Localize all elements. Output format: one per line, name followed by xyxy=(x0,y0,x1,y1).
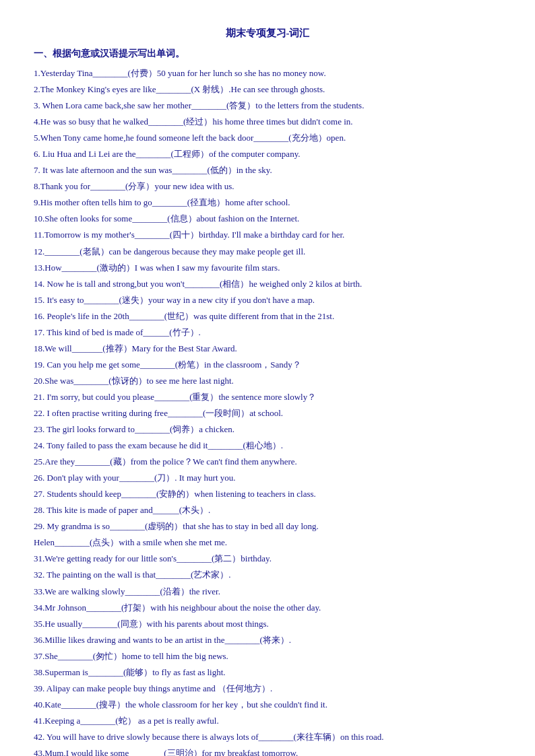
question-item: 39. Alipay can make people buy things an… xyxy=(34,681,501,697)
question-item: 33.We are walking slowly________(沿着）the … xyxy=(34,584,501,600)
question-item: 22. I often practise writing during free… xyxy=(34,405,501,421)
question-item: 9.His mother often tells him to go______… xyxy=(34,195,501,211)
question-item: 31.We're getting ready for our little so… xyxy=(34,551,501,567)
question-item: 2.The Monkey King's eyes are like_______… xyxy=(34,81,501,98)
question-item: 14. Now he is tall and strong,but you wo… xyxy=(34,276,501,292)
questions-container: 1.Yesterday Tina________(付费）50 yuan for … xyxy=(34,65,501,756)
question-item: 25.Are they________(藏）from the police？We… xyxy=(34,454,501,470)
question-item: 4.He was so busy that he walked________(… xyxy=(34,114,501,130)
question-item: 3. When Lora came back,she saw her mothe… xyxy=(34,98,501,114)
question-item: 10.She often looks for some________(信息）a… xyxy=(34,211,501,227)
question-item: 17. This kind of bed is made of______(竹子… xyxy=(34,324,501,341)
question-item: 23. The girl looks forward to________(饲养… xyxy=(34,421,501,438)
question-item: 7. It was late afternoon and the sun was… xyxy=(34,162,501,178)
question-item: 42. You will have to drive slowly becaus… xyxy=(34,729,501,745)
question-item: 20.She was________(惊讶的）to see me here la… xyxy=(34,373,501,389)
question-item: 15. It's easy to________(迷失）your way in … xyxy=(34,292,501,308)
question-item: 18.We will_______(推荐）Mary for the Best S… xyxy=(34,341,501,357)
question-item: 38.Superman is________(能够）to fly as fast… xyxy=(34,664,501,681)
question-item: 34.Mr Johnson________(打架）with his neighb… xyxy=(34,600,501,616)
question-item: 8.Thank you for________(分享）your new idea… xyxy=(34,178,501,195)
question-item: 19. Can you help me get some________(粉笔）… xyxy=(34,357,501,373)
question-item: 1.Yesterday Tina________(付费）50 yuan for … xyxy=(34,65,501,81)
question-item: 40.Kate________(搜寻）the whole classroom f… xyxy=(34,697,501,713)
question-item: 13.How________(激动的）I was when I saw my f… xyxy=(34,260,501,276)
question-item: 36.Millie likes drawing and wants to be … xyxy=(34,632,501,648)
section-title: 一、根据句意或汉语提示写出单词。 xyxy=(34,48,501,60)
question-item: 28. This kite is made of paper and______… xyxy=(34,502,501,518)
question-item: 27. Students should keep________(安静的）whe… xyxy=(34,486,501,502)
page-title: 期末专项复习-词汇 xyxy=(34,27,501,40)
question-item: 12.________(老鼠）can be dangerous because … xyxy=(34,244,501,260)
question-item: 37.She________(匆忙）home to tell him the b… xyxy=(34,648,501,664)
question-item: 32. The painting on the wall is that____… xyxy=(34,567,501,583)
question-item: 11.Tomorrow is my mother's________(四十）bi… xyxy=(34,227,501,243)
question-item: 21. I'm sorry, but could you please_____… xyxy=(34,389,501,405)
question-item: 16. People's life in the 20th________(世纪… xyxy=(34,308,501,324)
question-item: 24. Tony failed to pass the exam because… xyxy=(34,438,501,454)
question-item: 6. Liu Hua and Li Lei are the________(工程… xyxy=(34,146,501,162)
question-item: 29. My grandma is so________(虚弱的）that sh… xyxy=(34,518,501,535)
question-item: 35.He usually________(同意）with his parent… xyxy=(34,616,501,632)
question-item: 26. Don't play with your________(刀）. It … xyxy=(34,470,501,486)
question-item: 5.When Tony came home,he found someone l… xyxy=(34,130,501,146)
question-item: Helen________(点头）with a smile when she m… xyxy=(34,535,501,551)
question-item: 43.Mum,I would like some________(三明治）for… xyxy=(34,745,501,756)
question-item: 41.Keeping a________(蛇） as a pet is real… xyxy=(34,713,501,729)
